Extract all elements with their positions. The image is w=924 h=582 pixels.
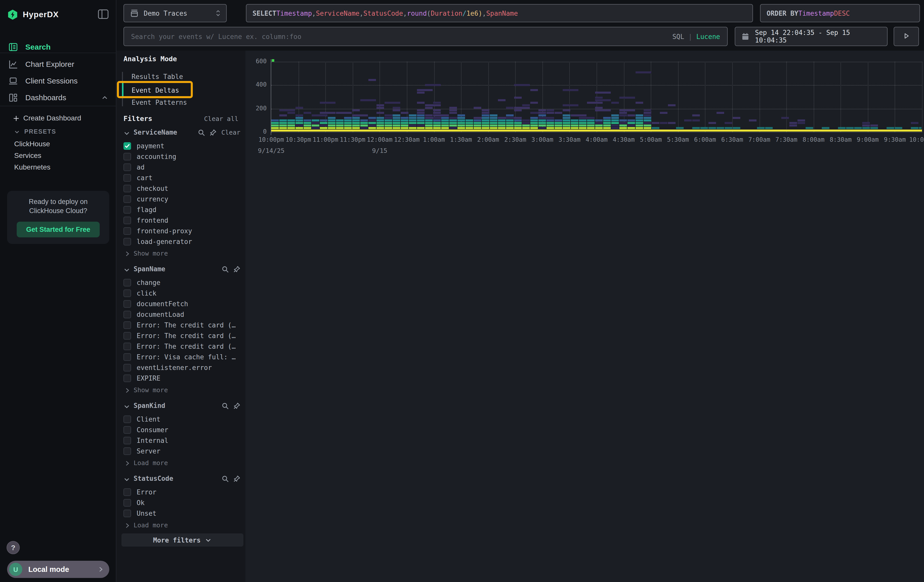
search-icon[interactable] <box>222 475 229 482</box>
analysis-mode-option-event-patterns[interactable]: Event Patterns <box>132 99 187 106</box>
filter-option-ad[interactable]: ad <box>124 162 240 173</box>
filter-option-checkout[interactable]: checkout <box>124 183 240 194</box>
analysis-mode-option-results-table[interactable]: Results Table <box>132 73 183 81</box>
create-dashboard-button[interactable]: Create Dashboard <box>0 112 116 123</box>
filter-option-payment[interactable]: payment <box>124 141 240 151</box>
pin-icon[interactable] <box>233 475 240 482</box>
checkbox[interactable] <box>124 238 131 246</box>
get-started-button[interactable]: Get Started for Free <box>17 222 100 237</box>
checkbox[interactable] <box>124 447 131 455</box>
checkbox[interactable] <box>124 488 131 496</box>
chevron-down-icon[interactable] <box>124 475 130 481</box>
order-by-editor[interactable]: ORDER BY Timestamp DESC <box>760 4 920 22</box>
checkbox[interactable] <box>124 153 131 160</box>
search-icon[interactable] <box>198 129 205 136</box>
checkbox[interactable] <box>124 353 131 361</box>
checkbox[interactable] <box>124 499 131 506</box>
load-more-button-spankind[interactable]: Load more <box>124 457 240 468</box>
filter-option-error[interactable]: Error <box>124 487 240 498</box>
filter-option-label: change <box>137 279 160 287</box>
checkbox-checked[interactable] <box>124 142 131 150</box>
filter-option-error-the-credit-card-[interactable]: Error: The credit card (… <box>124 341 240 352</box>
filter-option-frontend-proxy[interactable]: frontend-proxy <box>124 226 240 236</box>
date-range-picker[interactable]: Sep 14 22:04:35 - Sep 15 10:04:35 <box>735 27 888 46</box>
checkbox[interactable] <box>124 332 131 340</box>
pin-icon[interactable] <box>233 265 240 272</box>
checkbox[interactable] <box>124 374 131 382</box>
checkbox[interactable] <box>124 185 131 192</box>
clear-filter-button[interactable]: Clear <box>221 128 240 136</box>
preset-item-services[interactable]: Services <box>0 150 116 160</box>
gridline-y-0 <box>271 132 922 133</box>
checkbox[interactable] <box>124 415 131 423</box>
filter-option-change[interactable]: change <box>124 277 240 288</box>
filter-option-error-the-credit-card-[interactable]: Error: The credit card (… <box>124 320 240 330</box>
checkbox[interactable] <box>124 290 131 297</box>
filter-option-cart[interactable]: cart <box>124 173 240 183</box>
chevron-down-icon[interactable] <box>124 265 130 272</box>
checkbox[interactable] <box>124 343 131 350</box>
filter-option-currency[interactable]: currency <box>124 194 240 204</box>
filter-option-flagd[interactable]: flagd <box>124 204 240 215</box>
show-more-button-spanname[interactable]: Show more <box>124 385 240 395</box>
load-more-button-statuscode[interactable]: Load more <box>124 520 240 530</box>
filter-option-load-generator[interactable]: load-generator <box>124 236 240 247</box>
search-icon[interactable] <box>222 402 229 409</box>
checkbox[interactable] <box>124 426 131 434</box>
search-input[interactable] <box>124 27 727 46</box>
chevron-down-icon[interactable] <box>124 129 130 135</box>
lucene-mode-button[interactable]: Lucene <box>696 33 720 40</box>
filter-option-click[interactable]: click <box>124 288 240 298</box>
checkbox[interactable] <box>124 322 131 329</box>
checkbox[interactable] <box>124 279 131 287</box>
sql-mode-button[interactable]: SQL <box>672 33 684 40</box>
checkbox[interactable] <box>124 364 131 371</box>
analysis-mode-option-event-deltas[interactable]: Event Deltas <box>132 87 179 94</box>
sidebar-item-dashboards[interactable]: Dashboards <box>0 89 116 106</box>
show-more-button-servicename[interactable]: Show more <box>124 248 240 258</box>
checkbox[interactable] <box>124 195 131 203</box>
chevron-down-icon[interactable] <box>124 402 130 409</box>
checkbox[interactable] <box>124 217 131 224</box>
preset-item-clickhouse[interactable]: ClickHouse <box>0 138 116 149</box>
heatmap-canvas[interactable] <box>271 61 922 132</box>
filter-option-error-visa-cache-full-[interactable]: Error: Visa cache full: … <box>124 352 240 362</box>
checkbox[interactable] <box>124 311 131 318</box>
filter-option-documentload[interactable]: documentLoad <box>124 309 240 320</box>
run-query-button[interactable] <box>894 27 919 46</box>
presets-toggle[interactable]: PRESETS <box>0 127 116 137</box>
filter-option-frontend[interactable]: frontend <box>124 215 240 226</box>
data-source-select[interactable]: Demo Traces <box>124 4 227 22</box>
search-icon[interactable] <box>222 265 229 272</box>
filter-option-server[interactable]: Server <box>124 446 240 457</box>
checkbox[interactable] <box>124 509 131 517</box>
filter-option-internal[interactable]: Internal <box>124 435 240 446</box>
checkbox[interactable] <box>124 174 131 182</box>
filter-option-unset[interactable]: Unset <box>124 508 240 519</box>
pin-icon[interactable] <box>210 129 217 136</box>
sidebar-item-client-sessions[interactable]: Client Sessions <box>0 73 116 89</box>
checkbox[interactable] <box>124 437 131 444</box>
filter-option-client[interactable]: Client <box>124 414 240 425</box>
collapse-sidebar-icon[interactable] <box>98 9 109 19</box>
pin-icon[interactable] <box>233 402 240 409</box>
more-filters-button[interactable]: More filters <box>121 533 243 547</box>
help-button[interactable]: ? <box>7 541 20 554</box>
user-menu[interactable]: U Local mode <box>7 561 109 578</box>
checkbox[interactable] <box>124 227 131 235</box>
filter-option-expire[interactable]: EXPIRE <box>124 373 240 384</box>
filter-option-ok[interactable]: Ok <box>124 498 240 508</box>
filter-option-documentfetch[interactable]: documentFetch <box>124 298 240 309</box>
checkbox[interactable] <box>124 206 131 214</box>
filter-option-consumer[interactable]: Consumer <box>124 425 240 435</box>
filter-option-eventlistener-error[interactable]: eventListener.error <box>124 362 240 373</box>
query-token: SpanName <box>486 9 518 17</box>
preset-item-kubernetes[interactable]: Kubernetes <box>0 162 116 172</box>
clear-all-button[interactable]: Clear all <box>204 115 238 122</box>
filter-option-error-the-credit-card-[interactable]: Error: The credit card (… <box>124 330 240 341</box>
checkbox[interactable] <box>124 300 131 308</box>
sql-select-editor[interactable]: SELECT Timestamp, ServiceName, StatusCod… <box>246 4 753 22</box>
sidebar-item-chart-explorer[interactable]: Chart Explorer <box>0 56 116 73</box>
checkbox[interactable] <box>124 163 131 171</box>
filter-option-accounting[interactable]: accounting <box>124 151 240 162</box>
